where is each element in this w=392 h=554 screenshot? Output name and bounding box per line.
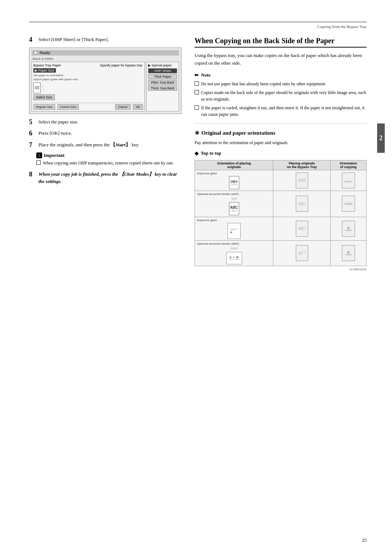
plain-dup-btn[interactable]: Plain: Dup.Back: [148, 80, 177, 85]
select-size-btn[interactable]: Select Size: [33, 94, 55, 100]
header-text: Copying from the Bypass Tray: [29, 24, 367, 29]
ui-titlebar: Ready: [32, 50, 179, 56]
doc-diagram-3: A: [228, 223, 241, 239]
dotted-separator: [195, 123, 367, 124]
thick-paper-btn[interactable]: Thick Paper: [148, 74, 177, 79]
step-5: 5 Select the paper size.: [29, 118, 181, 126]
important-box: ! Important When copying onto OHP transp…: [36, 152, 181, 166]
subsection-intro: Pay attention to the orientation of pape…: [195, 139, 367, 146]
step-7-number: 7: [29, 141, 37, 149]
note-checkbox-2: [195, 90, 199, 94]
copy-cell-3: 🖨: [330, 217, 366, 240]
orig-orientation-cell-2: Optional document feeder (ADF) ↑↑↑↑ ABC: [195, 191, 273, 217]
exposure-glass-label-2: Exposure glass: [197, 219, 271, 222]
bypass-cell-4: [273, 240, 330, 266]
step-6-number: 6: [29, 130, 37, 138]
copy-cell-2: [330, 191, 366, 217]
step-4-number: 4: [29, 36, 37, 44]
col-header-2: Placing originalson the Bypass Tray: [273, 160, 330, 170]
note-checkbox-3: [195, 105, 199, 110]
note-icon: ✏: [195, 72, 199, 78]
note-text-3: If the paper is curled, straighten it ou…: [201, 105, 367, 118]
bypass-tray-label: Bypass Tray Paper: [33, 64, 61, 67]
right-column: When Copying on the Back Side of the Pap…: [195, 36, 367, 271]
bypass-diagram-4: [296, 245, 308, 261]
bypass-cell-2: [273, 191, 330, 217]
checkbox-1: [36, 160, 41, 165]
step-8-number: 8: [29, 171, 37, 179]
section-intro: Using the bypass tray, you can make copi…: [195, 52, 367, 67]
ohp-sheet-btn[interactable]: OHP Sheet: [148, 68, 177, 73]
diamond-icon: ◆: [195, 150, 199, 156]
note-title: ✏ Note: [195, 72, 367, 78]
step-6-label: Press [OK] twice.: [38, 130, 72, 137]
doc-diagram-4: ↑↑↑↑↑ A ≡ B: [226, 247, 242, 264]
subsection-title: ✳ Original and paper orientations: [195, 130, 367, 137]
copy-cell-4: 🖨: [330, 240, 366, 266]
step-4: 4 Select [OHP Sheet] or [Thick Paper].: [29, 36, 181, 44]
exposure-glass-label-1: Exposure glass: [197, 172, 271, 175]
sidebar-number: 2: [377, 123, 385, 153]
bypass-cell-1: [273, 170, 330, 191]
cancel-btn[interactable]: Cancel: [115, 104, 131, 110]
instruction2: Adjust paper guide with paper size.: [33, 78, 143, 81]
copy-output-4: 🖨: [333, 245, 364, 261]
ready-indicator: [34, 51, 37, 54]
note-item-3: If the paper is curled, straighten it ou…: [195, 105, 367, 118]
note-section: ✏ Note Do not use paper that has already…: [195, 72, 367, 118]
paper-size-btn[interactable]: ▶ Paper Size: [33, 68, 56, 73]
step-8: 8 When your copy job is finished, press …: [29, 171, 181, 185]
thick-dup-btn[interactable]: Thick: Dup.Back: [148, 86, 177, 91]
instruction1: Set paper in orientation.: [33, 74, 143, 77]
copy-output-1: 📄: [333, 172, 364, 188]
bypass-diagram-2: [296, 196, 308, 212]
orig-orientation-cell-3: Exposure glass A: [195, 217, 273, 240]
orientation-table: Orientation of placingoriginals Placing …: [195, 160, 367, 266]
note-checkbox-1: [195, 81, 199, 86]
step-4-label: Select [OHP Sheet] or [Thick Paper].: [38, 36, 109, 43]
table-row: Exposure glass A: [195, 217, 367, 240]
ui-subtitle: -Black & White-: [32, 57, 179, 61]
regular-size-btn[interactable]: Regular Size: [33, 104, 55, 110]
page-number: 25: [362, 537, 367, 543]
ok-btn[interactable]: Ok: [133, 104, 143, 110]
important-item-1: When copying onto OHP transparencies, re…: [36, 160, 181, 166]
table-row: Optional document feeder (ADF) ↑↑↑↑↑ A ≡…: [195, 240, 367, 266]
arrows-2: ↑↑↑↑↑: [230, 247, 238, 250]
ui-content: Bypass Tray Paper Specify paper for bypa…: [32, 62, 179, 111]
important-text-1: When copying onto OHP transparencies, re…: [43, 160, 174, 166]
orig-orientation-cell-1: Exposure glass OBA: [195, 170, 273, 191]
ui-screenshot: Ready -Black & White- Bypass Tray Paper …: [29, 48, 181, 114]
custom-size-btn[interactable]: Custom Size: [57, 104, 79, 110]
paper-2: ABC: [229, 202, 239, 215]
arrows-1: ↑↑↑↑: [231, 197, 237, 201]
col-header-3: Orientationof copying: [330, 160, 366, 170]
section-title: When Copying on the Back Side of the Pap…: [195, 36, 367, 48]
adf-label-2: Optional document feeder (ADF): [197, 242, 271, 245]
gcmr-code: GCMR/025E: [195, 268, 367, 271]
table-row: Optional document feeder (ADF) ↑↑↑↑ ABC: [195, 191, 367, 217]
ui-left-panel: Bypass Tray Paper Specify paper for bypa…: [32, 62, 145, 111]
step-7: 7 Place the originals, and then press th…: [29, 141, 181, 149]
col-header-1: Orientation of placingoriginals: [195, 160, 273, 170]
bypass-diagram-3: [296, 221, 308, 237]
note-text-1: Do not use paper that has already been c…: [201, 81, 326, 87]
paper-1: OBA: [229, 176, 239, 189]
ui-ready-text: Ready: [40, 51, 50, 55]
important-icon: !: [36, 152, 42, 158]
step-5-number: 5: [29, 118, 37, 126]
adf-label-1: Optional document feeder (ADF): [197, 192, 271, 196]
top-to-top-label: ◆ Top to top: [195, 150, 367, 156]
doc-diagram-1: OBA: [229, 176, 239, 189]
orig-orientation-cell-4: Optional document feeder (ADF) ↑↑↑↑↑ A ≡…: [195, 240, 273, 266]
step-8-label: When your copy job is finished, press th…: [38, 171, 181, 185]
left-column: 4 Select [OHP Sheet] or [Thick Paper]. R…: [29, 36, 181, 271]
sun-icon: ✳: [195, 130, 199, 137]
bypass-diagram-1: [275, 172, 328, 188]
paper-4: A ≡ B: [226, 252, 242, 264]
table-row: Exposure glass OBA: [195, 170, 367, 191]
step-7-label: Place the originals, and then press the …: [38, 141, 139, 148]
doc-diagram-2: ↑↑↑↑ ABC: [229, 197, 239, 215]
paper-3: A: [228, 223, 241, 239]
note-item-2: Copies made on the back side of the pape…: [195, 89, 367, 102]
